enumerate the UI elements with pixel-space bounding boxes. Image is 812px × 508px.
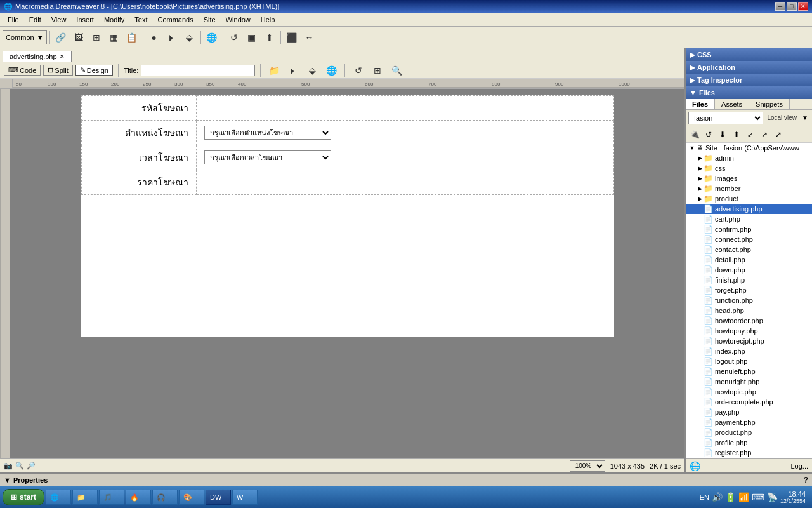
preview-in-browser-btn[interactable]: ⏵ xyxy=(285,62,301,79)
tree-file-ordercomplete[interactable]: 📄 ordercomplete.php xyxy=(686,397,812,407)
refresh-files-btn[interactable]: ↺ xyxy=(702,128,715,141)
menu-modify[interactable]: Modify xyxy=(99,15,129,25)
check-out-btn[interactable]: ↙ xyxy=(744,128,757,141)
split-view-btn[interactable]: ⊟ Split xyxy=(43,65,72,76)
tab-snippets[interactable]: Snippets xyxy=(749,99,790,109)
tree-folder-admin[interactable]: ▶ 📁 admin xyxy=(686,153,812,163)
taskbar-explorer[interactable]: 📁 xyxy=(72,490,98,505)
toolbar-nav-btn[interactable]: ⬙ xyxy=(181,29,198,46)
tray-icon-5[interactable]: 📡 xyxy=(767,492,778,502)
taskbar-ie[interactable]: 🌐 xyxy=(46,490,71,505)
status-zoom-icon[interactable]: 🔍 xyxy=(15,462,24,470)
taskbar-dreamweaver[interactable]: DW xyxy=(206,490,231,505)
maximize-button[interactable]: □ xyxy=(787,2,797,11)
tab-assets[interactable]: Assets xyxy=(715,99,749,109)
tree-folder-product[interactable]: ▶ 📁 product xyxy=(686,194,812,204)
tree-file-howtoorder[interactable]: 📄 howtoorder.php xyxy=(686,316,812,326)
taskbar-paint[interactable]: 🎨 xyxy=(179,490,204,505)
tree-file-profile[interactable]: 📄 profile.php xyxy=(686,438,812,448)
menu-site[interactable]: Site xyxy=(199,15,221,25)
menu-file[interactable]: File xyxy=(3,15,24,25)
tree-file-logout[interactable]: 📄 logout.php xyxy=(686,356,812,366)
page-title-input[interactable] xyxy=(141,65,255,76)
toolbar-rollover-btn[interactable]: ⏵ xyxy=(164,29,180,46)
toolbar-form-btn[interactable]: 📋 xyxy=(124,29,140,46)
properties-help-icon[interactable]: ? xyxy=(804,476,808,485)
tag-inspector-panel-header[interactable]: ▶ Tag Inspector xyxy=(686,74,812,86)
application-panel-header[interactable]: ▶ Application xyxy=(686,61,812,74)
toolbar-image-btn[interactable]: 🖼 xyxy=(70,29,87,46)
tree-file-function[interactable]: 📄 function.php xyxy=(686,295,812,305)
design-canvas[interactable]: รหัสโฆษณา ตำแหน่งโฆษณา กรุณาเลือกตำแหน่ง… xyxy=(0,89,684,458)
tree-folder-member[interactable]: ▶ 📁 member xyxy=(686,184,812,194)
tree-file-menuright[interactable]: 📄 menuright.php xyxy=(686,377,812,387)
tab-close-icon[interactable]: ✕ xyxy=(60,53,65,60)
tree-file-register[interactable]: 📄 register.php xyxy=(686,448,812,458)
field-time[interactable]: กรุณาเลือกเวลาโฆษณา xyxy=(197,145,613,170)
tray-icon-3[interactable]: 📶 xyxy=(738,492,749,502)
properties-header[interactable]: ▼ Properties ? xyxy=(0,474,812,486)
tree-file-confirm[interactable]: 📄 confirm.php xyxy=(686,224,812,234)
tray-icon-2[interactable]: 🔋 xyxy=(725,492,736,502)
validate-btn[interactable]: 🌐 xyxy=(323,62,339,79)
menu-text[interactable]: Text xyxy=(129,15,152,25)
doc-tab-advertising[interactable]: advertising.php ✕ xyxy=(3,51,72,62)
tree-file-product[interactable]: 📄 product.php xyxy=(686,427,812,438)
field-position[interactable]: กรุณาเลือกตำแหน่งโฆษณา xyxy=(197,121,613,145)
view-options-btn[interactable]: ⊞ xyxy=(369,62,386,79)
code-view-btn[interactable]: ⌨ Code xyxy=(4,65,41,76)
refresh-btn[interactable]: ↺ xyxy=(350,62,367,79)
taskbar-media[interactable]: 🎵 xyxy=(99,490,124,505)
toolbar-refresh-btn[interactable]: ↺ xyxy=(226,29,242,46)
local-view-dropdown-btn[interactable]: ▼ xyxy=(801,114,809,121)
taskbar-firefox[interactable]: 🔥 xyxy=(126,490,151,505)
tree-folder-css[interactable]: ▶ 📁 css xyxy=(686,163,812,173)
toolbar-layout-btn[interactable]: ▦ xyxy=(106,29,122,46)
tree-file-payment[interactable]: 📄 payment.php xyxy=(686,417,812,427)
tree-file-forget[interactable]: 📄 forget.php xyxy=(686,285,812,295)
menu-insert[interactable]: Insert xyxy=(71,15,99,25)
insert-category-dropdown[interactable]: Common ▼ xyxy=(3,30,47,44)
taskbar-music[interactable]: 🎧 xyxy=(152,490,178,505)
menu-window[interactable]: Window xyxy=(221,15,256,25)
tree-file-advertising[interactable]: 📄 advertising.php xyxy=(686,204,812,214)
status-camera-icon[interactable]: 📷 xyxy=(4,462,13,470)
tree-site-root[interactable]: ▼ 🖥 Site - fasion (C:\AppServ\www xyxy=(686,143,812,153)
menu-view[interactable]: View xyxy=(46,15,72,25)
tab-files[interactable]: Files xyxy=(686,99,715,109)
tree-file-howtorecjpt[interactable]: 📄 howtorecjpt.php xyxy=(686,336,812,346)
tree-file-cart[interactable]: 📄 cart.php xyxy=(686,214,812,224)
tree-file-howtopay[interactable]: 📄 howtopay.php xyxy=(686,326,812,336)
zoom-dropdown[interactable]: 100% xyxy=(570,460,605,472)
tree-file-index[interactable]: 📄 index.php xyxy=(686,346,812,356)
close-button[interactable]: ✕ xyxy=(798,2,808,11)
tree-folder-images[interactable]: ▶ 📁 images xyxy=(686,173,812,184)
put-file-btn[interactable]: ⬆ xyxy=(730,128,743,141)
tree-file-connect[interactable]: 📄 connect.php xyxy=(686,234,812,244)
tray-icon-4[interactable]: ⌨ xyxy=(752,492,764,502)
toolbar-upload-btn[interactable]: ⬆ xyxy=(261,29,278,46)
status-magnify-icon[interactable]: 🔎 xyxy=(27,462,36,470)
tree-file-contact[interactable]: 📄 contact.php xyxy=(686,244,812,255)
toolbar-media-btn[interactable]: ● xyxy=(146,29,162,46)
tree-file-finish[interactable]: 📄 finish.php xyxy=(686,275,812,285)
tree-file-down[interactable]: 📄 down.php xyxy=(686,265,812,275)
menu-commands[interactable]: Commands xyxy=(152,15,198,25)
toolbar-globe-btn[interactable]: 🌐 xyxy=(204,29,220,46)
tree-file-detail[interactable]: 📄 detail.php xyxy=(686,255,812,265)
debug-btn[interactable]: ⬙ xyxy=(304,62,320,79)
design-view-btn[interactable]: ✎ Design xyxy=(75,65,113,76)
log-btn[interactable]: Log... xyxy=(790,462,808,470)
check-browser-btn[interactable]: 🔍 xyxy=(388,62,405,79)
toolbar-hyperlink-btn[interactable]: 🔗 xyxy=(53,29,69,46)
site-selector[interactable]: fasion xyxy=(688,112,763,124)
expand-files-btn[interactable]: ⤢ xyxy=(772,128,785,141)
tree-file-pay[interactable]: 📄 pay.php xyxy=(686,407,812,417)
file-manage-btn[interactable]: 📁 xyxy=(266,62,282,79)
check-in-btn[interactable]: ↗ xyxy=(758,128,771,141)
css-panel-header[interactable]: ▶ CSS xyxy=(686,48,812,61)
get-file-btn[interactable]: ⬇ xyxy=(716,128,729,141)
time-select[interactable]: กรุณาเลือกเวลาโฆษณา xyxy=(204,150,331,164)
start-button[interactable]: ⊞ start xyxy=(3,489,44,505)
tree-file-head[interactable]: 📄 head.php xyxy=(686,305,812,316)
